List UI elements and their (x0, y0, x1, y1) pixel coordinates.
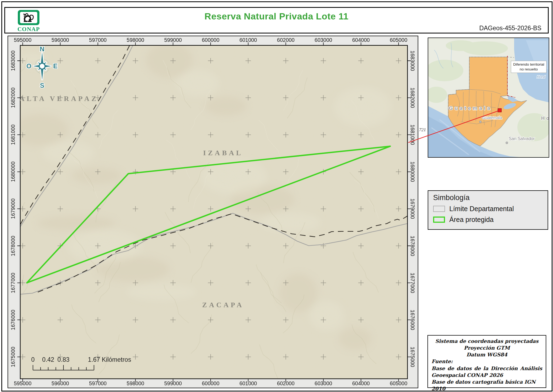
crs-line: Datum WGS84 (431, 351, 542, 358)
crs-line: Sistema de coordenadas proyectadas (431, 338, 542, 344)
source-entry: Base de datos de la Dirección Análisis G… (431, 365, 542, 379)
legend: Simbología Límite Departamental Área pro… (428, 190, 548, 230)
source-info-box: Sistema de coordenadas proyectadas Proye… (427, 335, 546, 388)
guatemala-city-dot (479, 121, 481, 123)
inset-map-canvas: Guatemala Guatemala San Salvador Ho Hond (428, 38, 549, 157)
inset-locator-map: Guatemala Guatemala San Salvador Ho Hond… (428, 38, 549, 158)
crs-line: Proyección GTM (431, 344, 542, 351)
protected-area-swatch (433, 217, 445, 223)
route-label: 721 (419, 127, 426, 133)
compass-south-label: S (40, 82, 44, 89)
territorial-dispute-note: Diferendo territorial no resuelto (511, 61, 547, 73)
gulf-label-partial: Hond (537, 75, 545, 79)
capital-label: Guatemala (482, 115, 502, 120)
legend-item-dept-limit: Límite Departamental (433, 205, 543, 213)
header: CONAP Reserva Natural Privada Lote 11 DA… (4, 7, 549, 33)
compass-west-label: O (26, 62, 32, 70)
map-layout-page: CONAP Reserva Natural Privada Lote 11 DA… (0, 0, 553, 392)
compass-hub (39, 63, 45, 69)
page-title: Reserva Natural Privada Lote 11 (5, 11, 548, 22)
legend-item-protected-area: Área protegida (433, 216, 543, 224)
legend-item-label: Límite Departamental (449, 205, 514, 213)
compass-north-label: N (40, 45, 44, 53)
san-salvador-label: San Salvador (509, 136, 535, 141)
compass-east-label: E (53, 62, 58, 70)
legend-item-label: Área protegida (449, 216, 494, 224)
legend-title: Simbología (433, 194, 543, 202)
document-code: DAGeos-455-2026-BS (479, 25, 541, 32)
san-salvador-dot (506, 142, 508, 144)
fuente-label: Fuente: (431, 358, 542, 365)
dept-limit-swatch (433, 206, 445, 212)
conap-logo-label: CONAP (14, 26, 43, 33)
country-label: Guatemala (449, 105, 492, 111)
honduras-label-partial: Ho (541, 116, 549, 121)
source-entry: Base de datos cartografía básica IGN 201… (431, 379, 542, 392)
